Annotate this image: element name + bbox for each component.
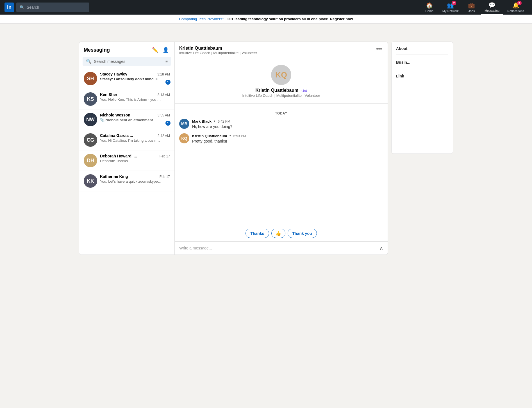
conversation-list: SH Stacey Hawley 3:18 PM Stacey: I absol…	[79, 68, 174, 255]
about-label: About	[396, 46, 407, 51]
list-item[interactable]: NW Nichole Wesson 3:55 AM 📎 Nichole sent…	[79, 109, 174, 130]
name-row: Stacey Hawley 3:18 PM	[100, 72, 170, 76]
list-item[interactable]: KS Ken Sher 8:13 AM You: Hello Ken, This…	[79, 89, 174, 109]
messaging-title: Messaging	[84, 47, 110, 53]
nav-items: 🏠 Home 👥 2 My Network 💼 Jobs 💬 Messaging…	[421, 0, 528, 15]
messaging-icon: 💬	[488, 2, 495, 8]
avatar: CG	[84, 133, 97, 147]
messaging-panel: Messaging ✏️ 👤 🔍 ≡	[79, 42, 388, 255]
right-panel-about[interactable]: About	[396, 46, 448, 54]
chat-messages: TODAY MB Mark Black • 6:42 PM Hi, how ar…	[175, 104, 388, 225]
ad-text: - 20+ leading technology solution provid…	[224, 17, 353, 21]
ad-link[interactable]: Comparing Tech Providers?	[179, 17, 224, 21]
sender-name: Nichole Wesson	[100, 113, 130, 117]
chat-header: Kristin Quattlebaum Intuitive Life Coach…	[175, 42, 388, 59]
name-row: Nichole Wesson 3:55 AM	[100, 113, 170, 117]
right-panel: About Busin... Link	[391, 42, 453, 154]
message-timestamp: 6:42 PM	[218, 120, 230, 123]
notifications-badge: 3	[517, 1, 522, 5]
profile-degree-badge: · 1st	[301, 89, 307, 92]
quick-reply-thank-you[interactable]: Thank you	[288, 229, 317, 238]
nav-item-home-label: Home	[425, 9, 433, 13]
list-item[interactable]: KK Katherine King Feb 17 You: Let's have…	[79, 171, 174, 191]
conversation-info: Katherine King Feb 17 You: Let's have a …	[100, 174, 170, 184]
nav-item-messaging-label: Messaging	[485, 9, 499, 12]
profile-name: Kristin Quattlebaum	[255, 88, 298, 93]
quick-reply-thanks[interactable]: Thanks	[245, 229, 269, 238]
conversation-info: Ken Sher 8:13 AM You: Hello Ken, This is…	[100, 92, 170, 102]
quick-reply-thumbsup[interactable]: 👍	[271, 229, 285, 238]
chat-contact-title: Intuitive Life Coach | Multipotentialite…	[179, 51, 257, 55]
message-text: Pretty good, thanks!	[192, 139, 383, 143]
nav-item-home[interactable]: 🏠 Home	[421, 0, 438, 15]
attachment-indicator: 📎 Nichole sent an attachment	[100, 118, 153, 122]
network-icon: 👥 2	[447, 2, 454, 9]
nav-item-network-label: My Network	[442, 9, 459, 13]
name-row: Ken Sher 8:13 AM	[100, 92, 170, 97]
message-content: Kristin Quattlebaum • 6:53 PM Pretty goo…	[192, 133, 383, 143]
expand-button[interactable]: ∧	[379, 245, 383, 251]
main-content: Messaging ✏️ 👤 🔍 ≡	[0, 24, 532, 255]
more-options-button[interactable]: •••	[375, 46, 383, 52]
search-bar[interactable]: 🔍	[16, 3, 89, 12]
message-search: 🔍 ≡	[79, 57, 174, 68]
nav-item-notifications[interactable]: 🔔 3 Notifications	[504, 0, 528, 15]
home-icon: 🏠	[426, 2, 433, 9]
name-row: Catalina Garcia ... 2:42 AM	[100, 133, 170, 138]
add-contact-button[interactable]: 👤	[162, 46, 170, 54]
chat-area: Kristin Quattlebaum Intuitive Life Coach…	[175, 42, 388, 255]
top-navigation: in 🔍 🏠 Home 👥 2 My Network 💼 Jobs 💬 Mess…	[0, 0, 532, 15]
message-avatar: MB	[179, 119, 189, 129]
compose-button[interactable]: ✏️	[151, 46, 159, 54]
messaging-sidebar: Messaging ✏️ 👤 🔍 ≡	[79, 42, 175, 255]
list-item[interactable]: SH Stacey Hawley 3:18 PM Stacey: I absol…	[79, 68, 174, 89]
filter-icon[interactable]: ≡	[165, 59, 168, 64]
message-input-area: ∧	[175, 241, 388, 255]
sender-name: Stacey Hawley	[100, 72, 127, 76]
message-search-inner[interactable]: 🔍 ≡	[83, 57, 171, 66]
message-time: 2:42 AM	[158, 134, 170, 138]
chat-message: MB Mark Black • 6:42 PM Hi, how are you …	[179, 119, 383, 129]
avatar: KK	[84, 174, 97, 188]
message-preview: You: Let's have a quick zoom/skype call …	[100, 179, 162, 184]
name-row: Deborah Howard, ... Feb 17	[100, 154, 170, 158]
message-time: 3:55 AM	[158, 113, 170, 117]
list-item[interactable]: CG Catalina Garcia ... 2:42 AM You: Hi C…	[79, 130, 174, 150]
message-time: 8:13 AM	[158, 93, 170, 97]
avatar: SH	[84, 72, 97, 85]
nav-item-notifications-label: Notifications	[507, 9, 524, 13]
network-badge: 2	[452, 1, 456, 5]
message-time: Feb 17	[160, 154, 170, 158]
business-label: Busin...	[396, 60, 410, 65]
message-sender: Mark Black	[192, 119, 212, 123]
message-input[interactable]	[179, 246, 379, 250]
chat-message: KQ Kristin Quattlebaum • 6:53 PM Pretty …	[179, 133, 383, 143]
sender-name: Ken Sher	[100, 92, 117, 97]
right-panel-link[interactable]: Link	[396, 74, 448, 78]
nav-item-jobs[interactable]: 💼 Jobs	[463, 0, 480, 15]
message-text: Hi, how are you doing?	[192, 124, 383, 129]
message-sender: Kristin Quattlebaum	[192, 134, 227, 138]
chat-profile-section: KQ Kristin Quattlebaum · 1st Intuitive L…	[175, 59, 388, 104]
right-panel-business[interactable]: Busin...	[396, 60, 448, 68]
sidebar-actions: ✏️ 👤	[151, 46, 170, 54]
nav-item-messaging[interactable]: 💬 Messaging	[481, 0, 503, 15]
search-icon: 🔍	[20, 5, 24, 10]
message-time: 3:18 PM	[157, 72, 170, 76]
search-input[interactable]	[27, 5, 86, 10]
conversation-info: Deborah Howard, ... Feb 17 Deborah: Than…	[100, 154, 170, 163]
chat-contact-name: Kristin Quattlebaum	[179, 46, 257, 51]
conversation-info: Catalina Garcia ... 2:42 AM You: Hi Cata…	[100, 133, 170, 143]
avatar: DH	[84, 154, 97, 167]
message-preview: 📎 Nichole sent an attachment	[100, 118, 162, 122]
message-timestamp: 6:53 PM	[233, 134, 246, 138]
conversation-info: Nichole Wesson 3:55 AM 📎 Nichole sent an…	[100, 113, 170, 122]
chat-header-info: Kristin Quattlebaum Intuitive Life Coach…	[179, 46, 257, 55]
nav-item-network[interactable]: 👥 2 My Network	[439, 0, 462, 15]
list-item[interactable]: DH Deborah Howard, ... Feb 17 Deborah: T…	[79, 150, 174, 171]
message-preview: You: Hello Ken, This is Artem - you prob…	[100, 97, 162, 102]
nav-item-jobs-label: Jobs	[468, 9, 475, 13]
notifications-icon: 🔔 3	[512, 2, 519, 9]
linkedin-logo[interactable]: in	[4, 3, 14, 12]
message-search-input[interactable]	[94, 59, 163, 64]
